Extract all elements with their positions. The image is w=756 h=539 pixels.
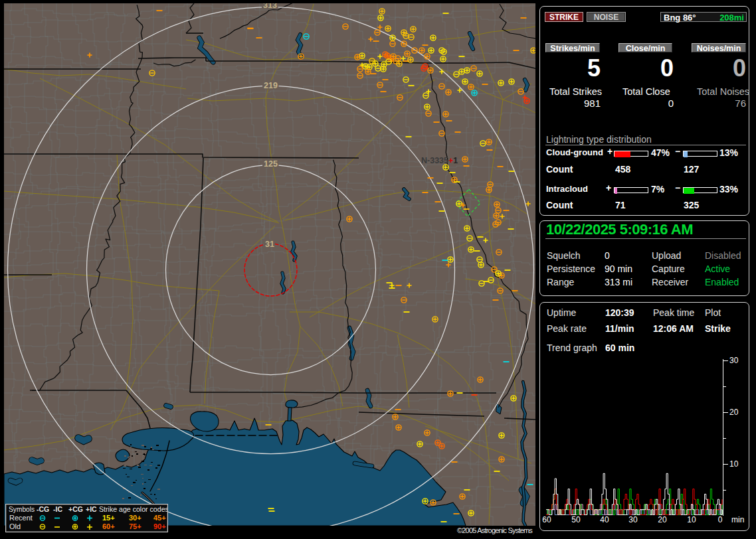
svg-text:+CG: +CG: [68, 505, 83, 513]
svg-text:45+: 45+: [153, 514, 166, 522]
svg-text:Strike age color codes: Strike age color codes: [99, 505, 167, 513]
svg-text:31: 31: [265, 240, 274, 249]
svg-text:+IC: +IC: [86, 505, 97, 513]
svg-text:-CG: -CG: [37, 505, 49, 513]
svg-text:313: 313: [263, 3, 277, 10]
svg-text:15+: 15+: [102, 514, 115, 522]
svg-text:N-3335+1: N-3335+1: [421, 156, 458, 165]
svg-text:Recent: Recent: [9, 514, 33, 522]
svg-text:75+: 75+: [129, 522, 142, 530]
svg-text:Symbols: Symbols: [9, 506, 35, 513]
svg-text:30+: 30+: [129, 514, 142, 522]
svg-text:60+: 60+: [102, 522, 115, 530]
svg-text:90+: 90+: [153, 522, 166, 530]
svg-text:-IC: -IC: [53, 505, 62, 513]
svg-text:Old: Old: [9, 522, 21, 530]
svg-text:125: 125: [264, 159, 278, 169]
svg-text:219: 219: [264, 81, 278, 90]
